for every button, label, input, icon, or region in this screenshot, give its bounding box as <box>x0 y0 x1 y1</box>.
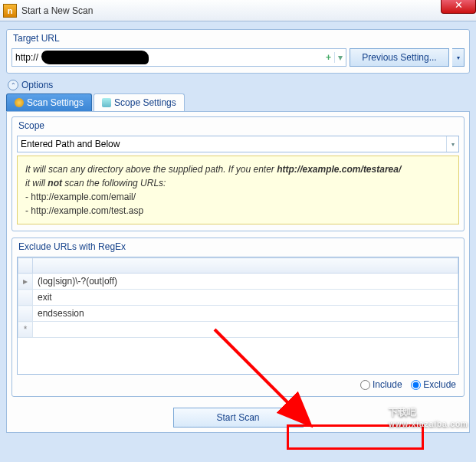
titlebar: n Start a New Scan ✕ <box>0 0 476 21</box>
redacted-url <box>41 51 149 64</box>
url-dropdown-icon[interactable]: ▾ <box>334 52 346 63</box>
target-url-title: Target URL <box>13 33 465 44</box>
tab-scope-settings[interactable]: Scope Settings <box>94 93 185 111</box>
scope-group: Scope Entered Path and Below ▾ It will s… <box>11 116 465 231</box>
scope-title: Scope <box>18 120 459 131</box>
tab-scope-label: Scope Settings <box>114 97 176 108</box>
start-scan-button[interactable]: Start Scan <box>173 408 304 428</box>
chevron-down-icon: ▾ <box>446 136 458 152</box>
previous-settings-button[interactable]: Previous Setting... <box>350 48 449 67</box>
include-radio[interactable]: Include <box>360 379 402 390</box>
tab-scan-label: Scan Settings <box>27 97 84 108</box>
exclude-radio[interactable]: Exclude <box>411 379 456 390</box>
target-url-input[interactable]: http:// + ▾ <box>11 48 346 67</box>
table-row: ▸(log|sign)\-?(out|off) <box>18 274 458 290</box>
scope-select[interactable]: Entered Path and Below ▾ <box>17 136 459 152</box>
scope-select-value: Entered Path and Below <box>21 139 120 149</box>
tab-scan-settings[interactable]: Scan Settings <box>6 93 92 111</box>
gear-icon <box>15 98 24 107</box>
previous-settings-dropdown[interactable]: ▾ <box>452 48 465 67</box>
scope-info: It will scan any directory above the sup… <box>17 156 459 224</box>
tabs: Scan Settings Scope Settings <box>6 93 470 112</box>
table-row-new: * <box>18 322 458 338</box>
table-row: exit <box>18 290 458 306</box>
scope-icon <box>102 98 111 107</box>
close-button[interactable]: ✕ <box>441 0 476 14</box>
url-protocol: http:// <box>12 52 41 63</box>
exclude-group: Exclude URLs with RegEx ▸(log|sign)\-?(o… <box>11 238 465 397</box>
app-icon: n <box>3 4 17 18</box>
target-url-group: Target URL http:// + ▾ Previous Setting.… <box>6 29 470 74</box>
chevron-up-icon: ⌃ <box>8 80 18 90</box>
add-url-icon[interactable]: + <box>323 52 334 63</box>
include-exclude-radios: Include Exclude <box>17 375 459 390</box>
exclude-title: Exclude URLs with RegEx <box>18 241 459 252</box>
window-title: Start a New Scan <box>21 5 93 16</box>
options-label: Options <box>21 80 53 90</box>
exclude-grid[interactable]: ▸(log|sign)\-?(out|off) exit endsession … <box>17 257 459 375</box>
table-row: endsession <box>18 306 458 322</box>
options-header[interactable]: ⌃ Options <box>8 80 470 90</box>
